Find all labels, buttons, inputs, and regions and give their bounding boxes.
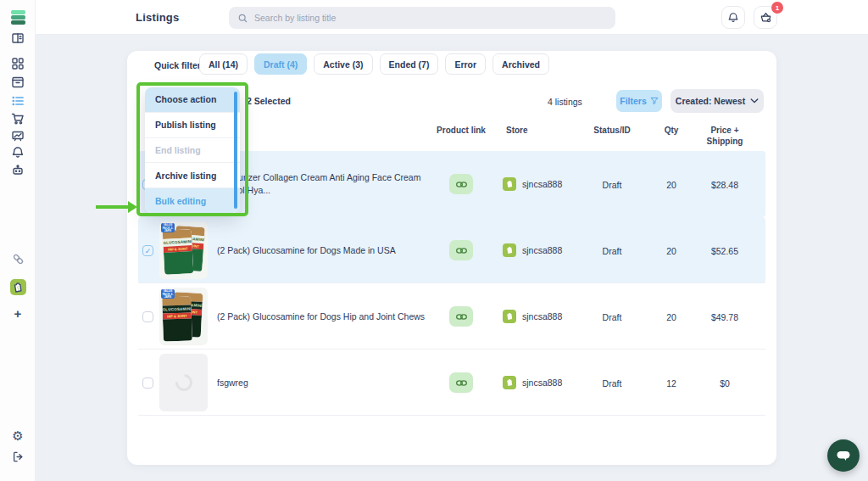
thumbnail-sticker: VALUE PACK 2-JARS (161, 223, 175, 232)
header-qty: Qty (665, 126, 679, 135)
orders-box-icon[interactable] (10, 75, 25, 90)
link-icon (455, 180, 468, 189)
settings-gear-icon[interactable]: ⚙ (10, 428, 25, 444)
header-price-shipping: Price + Shipping (703, 126, 747, 147)
product-link-button[interactable] (449, 174, 473, 194)
listing-title: (2 Pack) Glucosamine for Dogs Hip and Jo… (217, 310, 429, 323)
filter-chip-error[interactable]: Error (445, 53, 486, 75)
store-cell: sjncsa888 (503, 177, 562, 191)
product-thumbnail-loading (159, 354, 208, 411)
status-cell: Draft (603, 312, 622, 322)
store-name: sjncsa888 (522, 179, 562, 189)
shopify-store-badge (503, 376, 516, 389)
menu-item-publish-listing[interactable]: Publish listing (145, 112, 240, 137)
product-link-button[interactable] (449, 240, 473, 260)
dropdown-scrollbar[interactable] (234, 92, 237, 209)
basket-badge: 1 (771, 2, 783, 14)
topbar: Listings 1 (36, 0, 868, 35)
bot-icon[interactable] (10, 162, 25, 177)
quick-filters-label: Quick filters (154, 60, 206, 70)
page-title: Listings (136, 11, 179, 24)
listings-list-icon[interactable] (10, 93, 25, 109)
row-divider (138, 415, 765, 416)
product-thumbnail: VALUE PACK 2-JARS GLUCOSAMINEHIP & JOINT… (159, 221, 208, 279)
menu-item-choose-action[interactable]: Choose action (145, 87, 240, 112)
table-row[interactable]: ✓ VALUE PACK 2-JARS GLUCOSAMINEHIP & JOI… (138, 217, 765, 283)
sort-dropdown[interactable]: Created: Newest (670, 89, 764, 113)
qty-cell: 20 (666, 312, 676, 322)
status-cell: Draft (603, 180, 622, 190)
notification-bell-button[interactable] (721, 6, 745, 29)
basket-gear-icon (760, 11, 772, 24)
analytics-board-icon[interactable] (10, 128, 25, 143)
search-input[interactable] (254, 13, 576, 23)
menu-item-end-listing: End listing (145, 137, 240, 163)
qty-cell: 12 (666, 378, 676, 389)
shopify-store-badge (503, 310, 516, 323)
table-row[interactable]: fsgwreg sjncsa888 Draft 12 $0 (138, 350, 765, 416)
link-icon (455, 246, 468, 255)
app-logo (10, 8, 25, 27)
row-checkbox[interactable]: ✓ (142, 245, 153, 256)
filters-button[interactable]: Filters (616, 90, 662, 112)
cart-icon[interactable] (10, 111, 25, 126)
qty-cell: 20 (666, 180, 676, 190)
search-icon (237, 13, 248, 24)
filter-chip-archived[interactable]: Archived (492, 53, 549, 75)
dashboard-grid-icon[interactable] (10, 56, 25, 71)
menu-book-icon[interactable] (10, 31, 25, 46)
price-cell: $52.65 (711, 246, 738, 256)
header-store: Store (506, 126, 528, 135)
funnel-icon (650, 97, 659, 105)
listings-count: 4 listings (548, 97, 582, 107)
listing-title: Moisturizer Collagen Cream Anti Aging Fa… (217, 171, 429, 196)
store-name: sjncsa888 (522, 245, 562, 255)
product-link-button[interactable] (449, 372, 473, 393)
basket-button[interactable]: 1 (754, 6, 777, 29)
chat-bubble-icon (835, 448, 852, 463)
notifications-bell-icon[interactable] (10, 145, 25, 160)
shopify-store-badge (503, 177, 516, 191)
status-cell: Draft (603, 246, 622, 256)
selected-count: 2 Selected (247, 96, 291, 106)
row-checkbox[interactable] (142, 378, 153, 389)
connections-plug-icon[interactable] (10, 251, 25, 266)
product-thumbnail: VALUE PACK 2-JARS GLUCOSAMINEHIP & JOINT… (159, 288, 208, 345)
filter-chip-active[interactable]: Active (3) (314, 53, 372, 75)
price-cell: $28.48 (711, 180, 738, 190)
listing-title: (2 Pack) Glucosamine for Dogs Made in US… (217, 244, 429, 257)
chevron-down-icon (750, 98, 759, 104)
header-product-link: Product link (437, 126, 486, 135)
qty-cell: 20 (666, 246, 676, 256)
filter-chip-draft[interactable]: Draft (4) (254, 53, 307, 75)
store-cell: sjncsa888 (503, 310, 562, 323)
quick-filter-chips: All (14) Draft (4) Active (3) Ended (7) … (199, 53, 549, 75)
filter-chip-all[interactable]: All (14) (199, 53, 248, 75)
shopify-store-icon[interactable] (10, 279, 26, 295)
menu-item-bulk-editing[interactable]: Bulk editing (145, 187, 240, 213)
status-cell: Draft (603, 378, 622, 389)
bell-icon (727, 12, 739, 24)
link-icon (455, 378, 468, 388)
logout-icon[interactable] (10, 449, 25, 464)
price-cell: $49.78 (711, 312, 738, 322)
store-name: sjncsa888 (522, 378, 562, 388)
shopify-store-badge (503, 243, 516, 257)
add-store-plus-icon[interactable]: + (10, 305, 25, 321)
link-icon (455, 312, 468, 322)
header-status-id: Status/ID (593, 126, 630, 135)
filter-chip-ended[interactable]: Ended (7) (380, 53, 439, 75)
search-bar[interactable] (229, 7, 615, 29)
price-cell: $0 (720, 378, 730, 389)
sidebar: + ⚙ (0, 0, 36, 481)
table-row[interactable]: VALUE PACK 2-JARS GLUCOSAMINEHIP & JOINT… (138, 283, 765, 350)
product-link-button[interactable] (449, 306, 473, 327)
row-checkbox[interactable] (142, 311, 153, 322)
store-cell: sjncsa888 (503, 243, 562, 257)
sort-dropdown-label: Created: Newest (676, 96, 745, 106)
menu-item-archive-listing[interactable]: Archive listing (145, 162, 240, 187)
listing-title: fsgwreg (217, 377, 429, 389)
chat-bubble-button[interactable] (827, 439, 860, 472)
action-dropdown-menu: Choose action Publish listing End listin… (145, 87, 240, 213)
loading-spinner-icon (171, 371, 195, 394)
